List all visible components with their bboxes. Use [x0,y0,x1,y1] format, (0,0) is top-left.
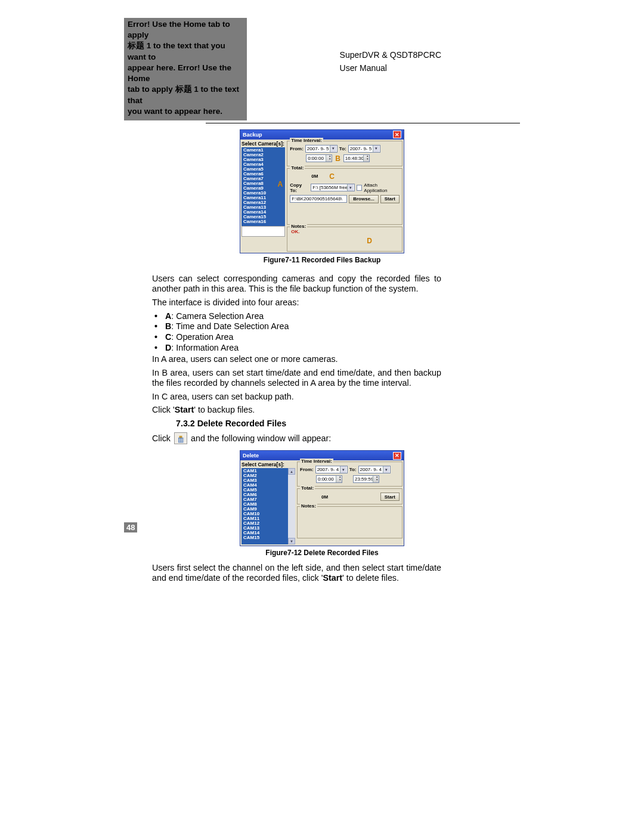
time-interval-legend: Time Interval: [300,459,333,464]
start-button[interactable]: Start [380,493,400,501]
total-value: 0M [290,174,318,179]
paragraph: Click 'Start' to backup files. [152,405,441,415]
delete-right-panel: Time Interval: From: 2007- 9- 4 To: 2007… [297,462,402,544]
camera-list-spacer [242,226,285,237]
error-line: tab to apply 标题 1 to the text that [128,84,243,106]
scroll-up-icon[interactable]: ▲ [288,468,295,475]
delete-body: Select Camera[s]: CAM1CAM2CAM3CAM4CAM5CA… [240,460,404,546]
paragraph: In B area, users can set start time/date… [152,368,441,388]
notes-value: OK. [290,229,400,234]
trash-icon: ▥ [178,437,184,442]
page-number: 48 [124,522,137,532]
attach-checkbox[interactable] [357,185,363,191]
manual-label: User Manual [340,62,441,75]
header-divider [206,123,520,123]
area-label-c: C [329,172,335,181]
click-text: Click [152,433,171,444]
figure-caption-1: Figure7-11 Recorded Files Backup [264,256,381,264]
from-time-input[interactable]: 0:00:00 [316,475,342,483]
to-label: To: [339,146,346,151]
product-name: SuperDVR & QSDT8PCRC [340,49,441,62]
delete-title: Delete [243,453,393,459]
to-time-input[interactable]: 16:48:30 [343,154,370,162]
total-value: 0M [300,494,328,500]
paragraph: In A area, users can select one or more … [152,354,441,364]
to-label: To: [349,467,357,472]
scrollbar[interactable]: ▲ ▼ [288,468,295,544]
backup-dialog: Backup ✕ Select Camera[s]: Camera1Camera… [240,129,404,253]
to-time-input[interactable]: 23:59:59 [353,475,379,483]
total-legend: Total: [290,165,305,171]
camera-panel: Select Camera[s]: CAM1CAM2CAM3CAM4CAM5CA… [242,462,295,544]
copy-to-label: Copy To: [290,182,309,193]
from-time-input[interactable]: 0:00:00 [306,154,332,162]
area-label-d: D [367,237,372,245]
select-cameras-label: Select Camera[s]: [242,141,285,147]
from-date-input[interactable]: 2007- 9- 4 [315,466,348,473]
error-line: you want to appear here. [128,106,243,117]
delete-icon[interactable]: ▄ ▥ [174,432,187,444]
camera-list-item[interactable]: CAM15 [243,535,287,540]
to-date-input[interactable]: 2007- 9- 5 [348,145,380,153]
browse-button[interactable]: Browse... [349,195,379,203]
area-label-b: B [335,154,340,163]
section-heading: 7.3.2 Delete Recorded Files [152,419,441,429]
backup-title: Backup [243,132,393,138]
error-line: appear here. Error! Use the Home [128,63,243,84]
camera-list-item[interactable]: Camera16 [243,219,283,224]
figure-backup: Backup ✕ Select Camera[s]: Camera1Camera… [0,129,644,264]
from-label: From: [290,146,304,151]
list-item: A: Camera Selection Area [165,311,441,321]
total-fieldset: Total: 0M C Copy To: F:\ [53656M free] A… [287,168,402,225]
close-icon[interactable]: ✕ [393,452,401,460]
paragraph: In C area, users can set backup path. [152,392,441,402]
total-legend: Total: [300,485,315,491]
area-list: A: Camera Selection Area B: Time and Dat… [152,311,441,353]
close-icon[interactable]: ✕ [393,131,401,138]
error-placeholder-box: Error! Use the Home tab to apply 标题 1 to… [124,18,247,120]
from-date-input[interactable]: 2007- 9- 5 [305,145,338,153]
to-date-input[interactable]: 2007- 9- 4 [358,466,391,473]
error-line: 标题 1 to the text that you want to [128,41,243,62]
copy-to-input[interactable]: F:\ [53656M free] [311,184,355,191]
notes-legend: Notes: [300,503,317,509]
from-label: From: [300,467,314,472]
body-text: Users can select corresponding cameras a… [0,267,644,444]
scroll-track[interactable] [288,475,295,538]
error-line: Error! Use the Home tab to apply [128,19,243,41]
delete-dialog: Delete ✕ Select Camera[s]: CAM1CAM2CAM3C… [240,450,404,546]
figure-delete: Delete ✕ Select Camera[s]: CAM1CAM2CAM3C… [0,450,644,557]
time-interval-legend: Time Interval: [290,138,323,143]
paragraph: The interface is divided into four areas… [152,298,441,308]
body-text-2: Users first select the channel on the le… [0,559,644,583]
backup-body: Select Camera[s]: Camera1Camera2Camera3C… [240,140,404,253]
notes-legend: Notes: [290,224,307,229]
header-right: SuperDVR & QSDT8PCRC User Manual [340,18,441,75]
page: Error! Use the Home tab to apply 标题 1 to… [0,0,644,583]
time-interval-fieldset: Time Interval: From: 2007- 9- 5 To: 2007… [287,141,402,166]
time-interval-fieldset: Time Interval: From: 2007- 9- 4 To: 2007… [297,462,402,487]
attach-label: Attach Application [364,182,400,193]
notes-fieldset: Notes: OK. D [287,227,402,252]
camera-list[interactable]: CAM1CAM2CAM3CAM4CAM5CAM6CAM7CAM8CAM9CAM1… [242,468,295,544]
header: Error! Use the Home tab to apply 标题 1 to… [0,18,644,120]
start-button[interactable]: Start [380,195,400,203]
notes-fieldset: Notes: [297,506,402,538]
select-cameras-label: Select Camera[s]: [242,462,295,467]
paragraph: Users first select the channel on the le… [152,563,441,583]
click-text: and the following window will appear: [191,433,331,444]
scroll-down-icon[interactable]: ▼ [288,538,295,544]
total-fieldset: Total: 0M Start [297,488,402,504]
camera-panel: Select Camera[s]: Camera1Camera2Camera3C… [242,141,285,252]
camera-list[interactable]: Camera1Camera2Camera3Camera4Camera5Camer… [242,147,285,226]
list-item: C: Operation Area [165,332,441,342]
click-row: Click ▄ ▥ and the following window will … [152,432,441,444]
paragraph: Users can select corresponding cameras a… [152,274,441,294]
path-input[interactable]: F:\BK20070905165648\ [290,195,347,203]
figure-caption-2: Figure7-12 Delete Recorded Files [265,549,378,557]
list-item: D: Information Area [165,343,441,353]
area-label-a: A [278,181,283,188]
list-item: B: Time and Date Selection Area [165,321,441,332]
backup-right-panel: Time Interval: From: 2007- 9- 5 To: 2007… [287,141,402,252]
